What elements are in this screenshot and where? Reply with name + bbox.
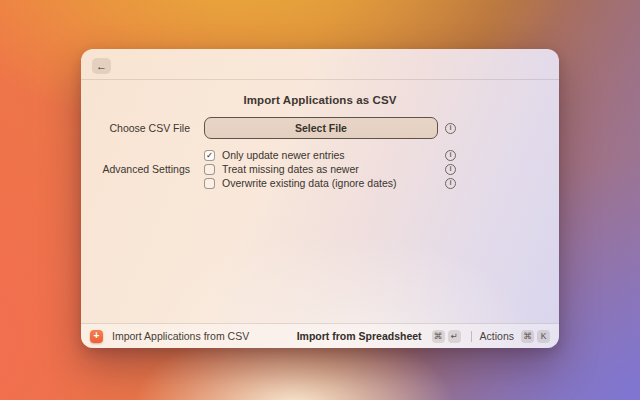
plus-app-icon: + <box>90 330 103 343</box>
back-button[interactable]: ← <box>92 58 111 74</box>
import-from-spreadsheet-button[interactable]: Import from Spreadsheet ⌘ ↵ <box>297 330 461 343</box>
choose-csv-file-label: Choose CSV File <box>81 122 190 134</box>
desktop-background: ← Import Applications as CSV Choose CSV … <box>0 0 640 400</box>
k-key-icon: K <box>537 330 550 343</box>
option-label: Overwrite existing data (ignore dates) <box>222 177 397 189</box>
select-file-button[interactable]: Select File <box>204 117 438 139</box>
cmd-key-icon: ⌘ <box>521 330 534 343</box>
checkbox[interactable] <box>204 164 215 175</box>
checkbox[interactable] <box>204 178 215 189</box>
return-key-icon: ↵ <box>448 330 461 343</box>
choose-csv-file-row: Choose CSV File Select File i <box>81 115 559 141</box>
advanced-settings-section: Advanced Settings ✓ Only update newer en… <box>81 148 559 190</box>
advanced-settings-label: Advanced Settings <box>81 148 190 190</box>
footer-divider <box>471 331 472 342</box>
page-title: Import Applications as CSV <box>81 94 559 106</box>
info-icon[interactable]: i <box>445 164 456 175</box>
import-csv-window: ← Import Applications as CSV Choose CSV … <box>81 49 559 348</box>
advanced-options-info-column: i i i <box>445 148 456 190</box>
option-label: Treat missing dates as newer <box>222 163 359 175</box>
import-from-spreadsheet-label: Import from Spreadsheet <box>297 330 422 342</box>
action-bar: + Import Applications from CSV Import fr… <box>81 323 559 348</box>
info-icon[interactable]: i <box>445 178 456 189</box>
select-file-button-label: Select File <box>295 122 347 134</box>
action-bar-right: Import from Spreadsheet ⌘ ↵ Actions ⌘ K <box>297 330 550 343</box>
window-header: ← <box>81 49 559 80</box>
back-arrow-icon: ← <box>96 61 107 72</box>
actions-label: Actions <box>480 330 514 342</box>
checkbox[interactable]: ✓ <box>204 150 215 161</box>
option-label: Only update newer entries <box>222 149 345 161</box>
option-only-update-newer[interactable]: ✓ Only update newer entries <box>204 148 438 162</box>
cmd-key-icon: ⌘ <box>432 330 445 343</box>
advanced-options-list: ✓ Only update newer entries Treat missin… <box>204 148 438 190</box>
plus-icon: + <box>94 331 100 341</box>
command-title: Import Applications from CSV <box>112 330 249 342</box>
info-icon[interactable]: i <box>445 150 456 161</box>
option-overwrite-existing[interactable]: Overwrite existing data (ignore dates) <box>204 176 438 190</box>
info-icon[interactable]: i <box>445 123 456 134</box>
actions-button[interactable]: Actions ⌘ K <box>480 330 550 343</box>
option-treat-missing-dates[interactable]: Treat missing dates as newer <box>204 162 438 176</box>
